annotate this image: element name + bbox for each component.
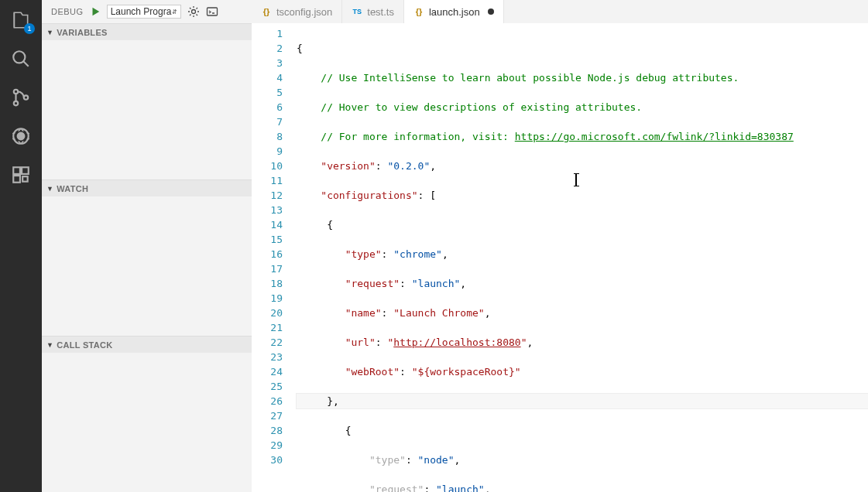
source-control-icon[interactable] [9, 85, 33, 110]
extensions-icon[interactable] [9, 162, 33, 187]
tab-label: launch.json [429, 6, 480, 18]
variables-section [42, 40, 252, 179]
editor-area: {} tsconfig.json TS test.ts {} launch.js… [252, 0, 868, 492]
explorer-icon[interactable]: 1 [9, 8, 33, 32]
debug-config-select[interactable]: Launch Progra⇵ [107, 5, 181, 19]
svg-rect-10 [22, 176, 27, 182]
ts-file-icon: TS [352, 6, 362, 17]
activity-bar: 1 [0, 0, 42, 492]
watch-section [42, 196, 252, 336]
triangle-down-icon: ▼ [46, 341, 53, 349]
debug-config-label: Launch Progra [111, 6, 172, 17]
watch-section-header[interactable]: ▼ WATCH [42, 179, 252, 196]
json-file-icon: {} [261, 6, 272, 17]
svg-rect-8 [22, 167, 29, 174]
tab-tsconfig[interactable]: {} tsconfig.json [252, 0, 342, 23]
callstack-section-header[interactable]: ▼ CALL STACK [42, 336, 252, 353]
callstack-label: CALL STACK [57, 340, 112, 350]
svg-point-11 [191, 10, 195, 14]
gear-icon[interactable] [187, 5, 200, 18]
tab-label: tsconfig.json [276, 6, 332, 18]
search-icon[interactable] [9, 46, 33, 71]
svg-rect-7 [13, 167, 20, 174]
line-number-gutter: 1234567891011121314151617181920212223242… [252, 23, 297, 492]
variables-section-header[interactable]: ▼ VARIABLES [42, 23, 252, 40]
svg-point-2 [14, 90, 18, 94]
start-debug-button[interactable] [90, 6, 101, 17]
svg-point-6 [18, 133, 25, 140]
debug-header: DEBUG Launch Progra⇵ [42, 0, 252, 23]
svg-point-3 [14, 101, 18, 105]
svg-point-0 [13, 51, 25, 63]
tab-label: test.ts [367, 6, 394, 18]
debug-sidebar: DEBUG Launch Progra⇵ ▼ VARIABLES ▼ WATCH… [42, 0, 252, 492]
watch-label: WATCH [57, 184, 88, 193]
dirty-indicator-icon [488, 9, 494, 15]
code-content[interactable]: { // Use IntelliSense to learn about pos… [297, 23, 868, 492]
explorer-badge: 1 [24, 23, 35, 34]
triangle-down-icon: ▼ [46, 29, 53, 36]
tab-launch-json[interactable]: {} launch.json [404, 0, 504, 23]
chevron-updown-icon: ⇵ [172, 9, 177, 15]
tab-bar: {} tsconfig.json TS test.ts {} launch.js… [252, 0, 868, 23]
variables-label: VARIABLES [57, 28, 107, 37]
debug-console-icon[interactable] [206, 5, 218, 18]
debug-label: DEBUG [51, 7, 84, 16]
svg-line-1 [23, 61, 29, 67]
callstack-section [42, 353, 252, 492]
tab-test-ts[interactable]: TS test.ts [342, 0, 404, 23]
triangle-down-icon: ▼ [46, 185, 53, 193]
debug-icon[interactable] [9, 124, 33, 149]
svg-rect-9 [13, 176, 20, 183]
code-editor[interactable]: 1234567891011121314151617181920212223242… [252, 23, 868, 492]
svg-rect-12 [207, 8, 217, 15]
text-cursor [575, 173, 577, 186]
json-file-icon: {} [413, 6, 424, 17]
